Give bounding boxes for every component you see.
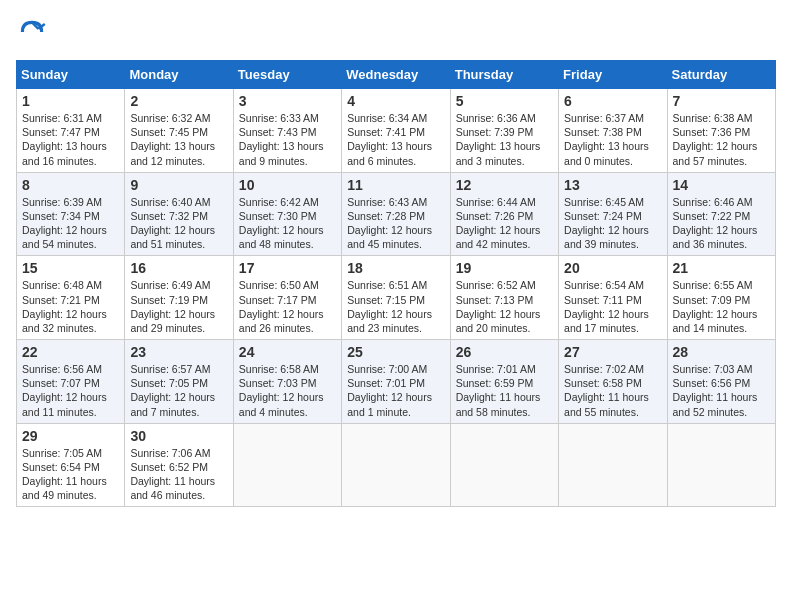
page-header — [16, 16, 776, 48]
calendar-cell: 12Sunrise: 6:44 AMSunset: 7:26 PMDayligh… — [450, 172, 558, 256]
day-number: 29 — [22, 428, 119, 444]
calendar-cell: 24Sunrise: 6:58 AMSunset: 7:03 PMDayligh… — [233, 340, 341, 424]
calendar-cell — [342, 423, 450, 507]
day-info: Sunrise: 7:02 AMSunset: 6:58 PMDaylight:… — [564, 362, 661, 419]
calendar-cell: 16Sunrise: 6:49 AMSunset: 7:19 PMDayligh… — [125, 256, 233, 340]
day-info: Sunrise: 6:48 AMSunset: 7:21 PMDaylight:… — [22, 278, 119, 335]
day-info: Sunrise: 6:36 AMSunset: 7:39 PMDaylight:… — [456, 111, 553, 168]
calendar-week-row: 8Sunrise: 6:39 AMSunset: 7:34 PMDaylight… — [17, 172, 776, 256]
day-info: Sunrise: 6:32 AMSunset: 7:45 PMDaylight:… — [130, 111, 227, 168]
day-info: Sunrise: 6:54 AMSunset: 7:11 PMDaylight:… — [564, 278, 661, 335]
calendar-cell: 20Sunrise: 6:54 AMSunset: 7:11 PMDayligh… — [559, 256, 667, 340]
logo — [16, 16, 52, 48]
calendar-header-row: SundayMondayTuesdayWednesdayThursdayFrid… — [17, 61, 776, 89]
day-number: 1 — [22, 93, 119, 109]
calendar-week-row: 29Sunrise: 7:05 AMSunset: 6:54 PMDayligh… — [17, 423, 776, 507]
calendar-cell: 11Sunrise: 6:43 AMSunset: 7:28 PMDayligh… — [342, 172, 450, 256]
calendar-cell — [450, 423, 558, 507]
logo-icon — [16, 16, 48, 48]
day-number: 19 — [456, 260, 553, 276]
day-number: 27 — [564, 344, 661, 360]
day-number: 25 — [347, 344, 444, 360]
calendar-cell: 23Sunrise: 6:57 AMSunset: 7:05 PMDayligh… — [125, 340, 233, 424]
day-number: 24 — [239, 344, 336, 360]
day-number: 4 — [347, 93, 444, 109]
calendar-cell: 9Sunrise: 6:40 AMSunset: 7:32 PMDaylight… — [125, 172, 233, 256]
day-number: 30 — [130, 428, 227, 444]
day-info: Sunrise: 7:01 AMSunset: 6:59 PMDaylight:… — [456, 362, 553, 419]
day-info: Sunrise: 6:44 AMSunset: 7:26 PMDaylight:… — [456, 195, 553, 252]
day-number: 16 — [130, 260, 227, 276]
day-number: 12 — [456, 177, 553, 193]
day-number: 9 — [130, 177, 227, 193]
calendar-cell: 3Sunrise: 6:33 AMSunset: 7:43 PMDaylight… — [233, 89, 341, 173]
calendar-cell: 30Sunrise: 7:06 AMSunset: 6:52 PMDayligh… — [125, 423, 233, 507]
calendar-cell: 17Sunrise: 6:50 AMSunset: 7:17 PMDayligh… — [233, 256, 341, 340]
calendar-cell: 7Sunrise: 6:38 AMSunset: 7:36 PMDaylight… — [667, 89, 775, 173]
day-number: 5 — [456, 93, 553, 109]
calendar-cell: 6Sunrise: 6:37 AMSunset: 7:38 PMDaylight… — [559, 89, 667, 173]
day-info: Sunrise: 6:52 AMSunset: 7:13 PMDaylight:… — [456, 278, 553, 335]
calendar-cell: 15Sunrise: 6:48 AMSunset: 7:21 PMDayligh… — [17, 256, 125, 340]
day-number: 11 — [347, 177, 444, 193]
day-number: 28 — [673, 344, 770, 360]
day-info: Sunrise: 6:40 AMSunset: 7:32 PMDaylight:… — [130, 195, 227, 252]
calendar-cell: 27Sunrise: 7:02 AMSunset: 6:58 PMDayligh… — [559, 340, 667, 424]
weekday-header-friday: Friday — [559, 61, 667, 89]
calendar-week-row: 1Sunrise: 6:31 AMSunset: 7:47 PMDaylight… — [17, 89, 776, 173]
weekday-header-thursday: Thursday — [450, 61, 558, 89]
weekday-header-monday: Monday — [125, 61, 233, 89]
day-info: Sunrise: 6:45 AMSunset: 7:24 PMDaylight:… — [564, 195, 661, 252]
calendar-cell: 4Sunrise: 6:34 AMSunset: 7:41 PMDaylight… — [342, 89, 450, 173]
weekday-header-sunday: Sunday — [17, 61, 125, 89]
day-info: Sunrise: 6:39 AMSunset: 7:34 PMDaylight:… — [22, 195, 119, 252]
weekday-header-wednesday: Wednesday — [342, 61, 450, 89]
calendar-cell — [233, 423, 341, 507]
day-number: 23 — [130, 344, 227, 360]
day-info: Sunrise: 6:57 AMSunset: 7:05 PMDaylight:… — [130, 362, 227, 419]
calendar-cell: 28Sunrise: 7:03 AMSunset: 6:56 PMDayligh… — [667, 340, 775, 424]
weekday-header-tuesday: Tuesday — [233, 61, 341, 89]
day-number: 2 — [130, 93, 227, 109]
calendar-table: SundayMondayTuesdayWednesdayThursdayFrid… — [16, 60, 776, 507]
calendar-week-row: 22Sunrise: 6:56 AMSunset: 7:07 PMDayligh… — [17, 340, 776, 424]
calendar-cell: 19Sunrise: 6:52 AMSunset: 7:13 PMDayligh… — [450, 256, 558, 340]
day-info: Sunrise: 6:55 AMSunset: 7:09 PMDaylight:… — [673, 278, 770, 335]
day-info: Sunrise: 6:31 AMSunset: 7:47 PMDaylight:… — [22, 111, 119, 168]
calendar-cell: 5Sunrise: 6:36 AMSunset: 7:39 PMDaylight… — [450, 89, 558, 173]
day-info: Sunrise: 6:51 AMSunset: 7:15 PMDaylight:… — [347, 278, 444, 335]
calendar-cell: 1Sunrise: 6:31 AMSunset: 7:47 PMDaylight… — [17, 89, 125, 173]
day-number: 6 — [564, 93, 661, 109]
day-info: Sunrise: 6:43 AMSunset: 7:28 PMDaylight:… — [347, 195, 444, 252]
day-info: Sunrise: 7:03 AMSunset: 6:56 PMDaylight:… — [673, 362, 770, 419]
day-info: Sunrise: 6:46 AMSunset: 7:22 PMDaylight:… — [673, 195, 770, 252]
day-number: 15 — [22, 260, 119, 276]
calendar-cell: 8Sunrise: 6:39 AMSunset: 7:34 PMDaylight… — [17, 172, 125, 256]
day-info: Sunrise: 6:56 AMSunset: 7:07 PMDaylight:… — [22, 362, 119, 419]
day-number: 17 — [239, 260, 336, 276]
calendar-cell: 13Sunrise: 6:45 AMSunset: 7:24 PMDayligh… — [559, 172, 667, 256]
calendar-cell: 2Sunrise: 6:32 AMSunset: 7:45 PMDaylight… — [125, 89, 233, 173]
day-info: Sunrise: 6:37 AMSunset: 7:38 PMDaylight:… — [564, 111, 661, 168]
day-number: 3 — [239, 93, 336, 109]
weekday-header-saturday: Saturday — [667, 61, 775, 89]
calendar-cell: 25Sunrise: 7:00 AMSunset: 7:01 PMDayligh… — [342, 340, 450, 424]
day-info: Sunrise: 6:50 AMSunset: 7:17 PMDaylight:… — [239, 278, 336, 335]
day-info: Sunrise: 6:33 AMSunset: 7:43 PMDaylight:… — [239, 111, 336, 168]
day-number: 10 — [239, 177, 336, 193]
day-number: 22 — [22, 344, 119, 360]
calendar-cell: 29Sunrise: 7:05 AMSunset: 6:54 PMDayligh… — [17, 423, 125, 507]
day-number: 7 — [673, 93, 770, 109]
day-info: Sunrise: 6:38 AMSunset: 7:36 PMDaylight:… — [673, 111, 770, 168]
day-info: Sunrise: 7:05 AMSunset: 6:54 PMDaylight:… — [22, 446, 119, 503]
day-info: Sunrise: 6:49 AMSunset: 7:19 PMDaylight:… — [130, 278, 227, 335]
day-number: 20 — [564, 260, 661, 276]
day-number: 26 — [456, 344, 553, 360]
day-info: Sunrise: 6:34 AMSunset: 7:41 PMDaylight:… — [347, 111, 444, 168]
calendar-week-row: 15Sunrise: 6:48 AMSunset: 7:21 PMDayligh… — [17, 256, 776, 340]
day-number: 13 — [564, 177, 661, 193]
calendar-cell: 26Sunrise: 7:01 AMSunset: 6:59 PMDayligh… — [450, 340, 558, 424]
calendar-cell: 21Sunrise: 6:55 AMSunset: 7:09 PMDayligh… — [667, 256, 775, 340]
calendar-cell — [667, 423, 775, 507]
calendar-cell: 14Sunrise: 6:46 AMSunset: 7:22 PMDayligh… — [667, 172, 775, 256]
